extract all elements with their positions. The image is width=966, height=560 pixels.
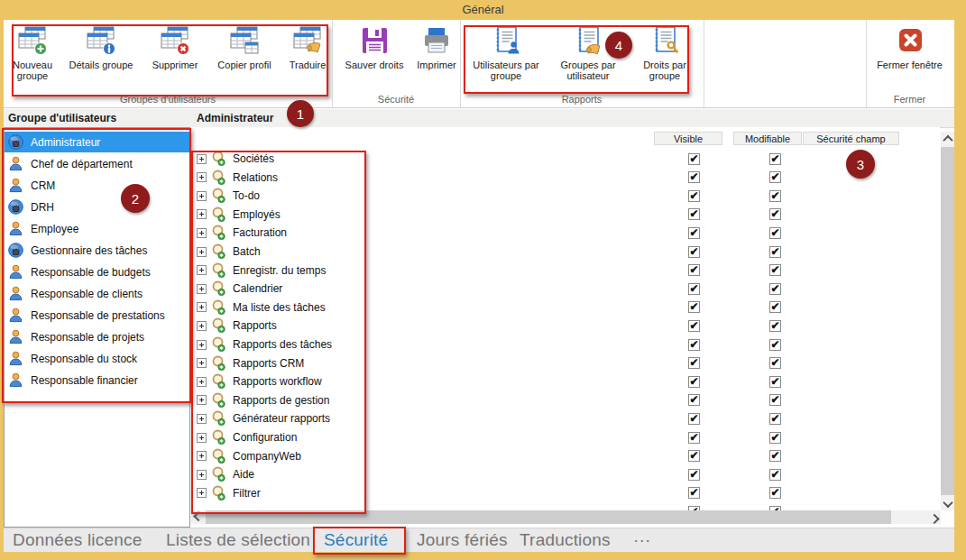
- expand-plus-icon[interactable]: [197, 414, 207, 424]
- visible-checkbox[interactable]: ✔: [688, 283, 700, 295]
- copy-profile-button[interactable]: Copier profil: [207, 25, 281, 70]
- modifiable-checkbox[interactable]: ✔: [769, 208, 781, 220]
- tab-jours-feries[interactable]: Jours fériés: [417, 528, 508, 552]
- tree-row[interactable]: Générateur rapports: [191, 409, 330, 428]
- print-button[interactable]: Imprimer: [409, 25, 464, 70]
- tree-row[interactable]: Facturation: [191, 224, 287, 243]
- expand-plus-icon[interactable]: [197, 488, 207, 498]
- horizontal-scrollbar[interactable]: [191, 510, 941, 524]
- scroll-up-icon[interactable]: [941, 132, 954, 145]
- expand-plus-icon[interactable]: [197, 228, 207, 238]
- tab-overflow[interactable]: ···: [633, 528, 651, 552]
- expand-plus-icon[interactable]: [197, 433, 207, 443]
- modifiable-checkbox[interactable]: ✔: [769, 320, 781, 332]
- close-window-button[interactable]: Fermer fenêtre: [869, 25, 952, 70]
- modifiable-checkbox[interactable]: ✔: [769, 432, 781, 444]
- tree-row[interactable]: CompanyWeb: [191, 446, 301, 465]
- horizontal-scrollbar-thumb[interactable]: [206, 510, 891, 524]
- new-group-button[interactable]: Nouveau groupe: [5, 25, 60, 81]
- column-header-modifiable[interactable]: Modifiable: [733, 132, 802, 145]
- expand-plus-icon[interactable]: [197, 451, 207, 461]
- tree-row[interactable]: Batch: [191, 243, 261, 262]
- delete-group-button[interactable]: Supprimer: [143, 25, 207, 70]
- tree-row[interactable]: Ma liste des tâches: [191, 298, 326, 317]
- visible-checkbox[interactable]: ✔: [688, 487, 700, 499]
- visible-checkbox[interactable]: ✔: [688, 357, 700, 369]
- expand-plus-icon[interactable]: [197, 302, 207, 312]
- tree-row[interactable]: Calendrier: [191, 280, 282, 298]
- visible-checkbox[interactable]: ✔: [688, 246, 700, 258]
- tree-row[interactable]: Configuration: [191, 428, 297, 447]
- tree-row[interactable]: Sociétés: [191, 150, 274, 169]
- group-list-item[interactable]: CRM: [5, 175, 189, 196]
- visible-checkbox[interactable]: ✔: [688, 171, 700, 183]
- expand-plus-icon[interactable]: [197, 247, 207, 257]
- group-list-item[interactable]: Responsable de projets: [5, 326, 189, 347]
- visible-checkbox[interactable]: ✔: [688, 320, 700, 332]
- modifiable-checkbox[interactable]: ✔: [769, 487, 781, 499]
- expand-plus-icon[interactable]: [197, 377, 207, 387]
- expand-plus-icon[interactable]: [197, 265, 207, 275]
- expand-plus-icon[interactable]: [197, 321, 207, 331]
- tree-row[interactable]: Rapports: [191, 317, 277, 335]
- scroll-down-icon[interactable]: [941, 497, 954, 510]
- visible-checkbox[interactable]: ✔: [688, 301, 700, 313]
- vertical-scrollbar[interactable]: [941, 132, 954, 510]
- group-list-item[interactable]: Responsable financier: [5, 370, 189, 390]
- scroll-left-icon[interactable]: [191, 510, 205, 524]
- modifiable-checkbox[interactable]: ✔: [769, 301, 781, 313]
- modifiable-checkbox[interactable]: ✔: [769, 190, 781, 202]
- visible-checkbox[interactable]: ✔: [688, 469, 700, 481]
- modifiable-checkbox[interactable]: ✔: [769, 246, 781, 258]
- group-list-item[interactable]: Responsable de budgets: [5, 262, 189, 282]
- modifiable-checkbox[interactable]: ✔: [769, 469, 781, 481]
- visible-checkbox[interactable]: ✔: [688, 413, 700, 425]
- visible-checkbox[interactable]: ✔: [688, 227, 700, 239]
- modifiable-checkbox[interactable]: ✔: [769, 264, 781, 276]
- tree-row[interactable]: To-do: [191, 187, 260, 206]
- tree-row[interactable]: Relations: [191, 168, 278, 187]
- translate-button[interactable]: Traduire: [281, 25, 334, 70]
- group-list-item[interactable]: Responsable de prestations: [5, 305, 189, 326]
- group-list-item[interactable]: Responsable de clients: [5, 283, 189, 304]
- modifiable-checkbox[interactable]: ✔: [769, 450, 781, 462]
- rights-per-group-button[interactable]: Droits par groupe: [630, 25, 700, 81]
- visible-checkbox[interactable]: ✔: [688, 153, 700, 165]
- visible-checkbox[interactable]: ✔: [688, 450, 700, 462]
- tree-row[interactable]: Rapports de gestion: [191, 390, 329, 409]
- scroll-right-icon[interactable]: [927, 510, 941, 524]
- visible-checkbox[interactable]: ✔: [688, 190, 700, 202]
- column-header-visible[interactable]: Visible: [654, 132, 722, 145]
- expand-plus-icon[interactable]: [197, 358, 207, 368]
- tree-row[interactable]: Rapports workflow: [191, 372, 322, 391]
- tab-traductions[interactable]: Traductions: [520, 528, 611, 552]
- modifiable-checkbox[interactable]: ✔: [769, 394, 781, 406]
- save-rights-button[interactable]: Sauver droits: [339, 25, 409, 70]
- visible-checkbox[interactable]: ✔: [688, 208, 700, 220]
- modifiable-checkbox[interactable]: ✔: [769, 357, 781, 369]
- modifiable-checkbox[interactable]: ✔: [769, 153, 781, 165]
- group-list-item[interactable]: Administrateur: [5, 132, 189, 152]
- expand-plus-icon[interactable]: [197, 395, 207, 405]
- group-list-item[interactable]: Responsable du stock: [5, 348, 189, 369]
- modifiable-checkbox[interactable]: ✔: [769, 339, 781, 351]
- tree-row[interactable]: Rapports des tâches: [191, 335, 332, 354]
- tab-donnees-licence[interactable]: Données licence: [13, 528, 142, 552]
- expand-plus-icon[interactable]: [197, 284, 207, 294]
- visible-checkbox[interactable]: ✔: [688, 376, 700, 388]
- visible-checkbox[interactable]: ✔: [688, 264, 700, 276]
- visible-checkbox[interactable]: ✔: [688, 394, 700, 406]
- modifiable-checkbox[interactable]: ✔: [769, 171, 781, 183]
- expand-plus-icon[interactable]: [197, 154, 207, 164]
- visible-checkbox[interactable]: ✔: [688, 339, 700, 351]
- modifiable-checkbox[interactable]: ✔: [769, 283, 781, 295]
- tree-row[interactable]: Filtrer: [191, 483, 261, 502]
- tree-row[interactable]: Aide: [191, 465, 254, 484]
- tab-securite[interactable]: Sécurité: [324, 528, 388, 552]
- group-list-item[interactable]: Chef de département: [5, 153, 189, 174]
- tree-row[interactable]: Enregistr. du temps: [191, 261, 326, 280]
- group-details-button[interactable]: Détails groupe: [60, 25, 143, 70]
- modifiable-checkbox[interactable]: ✔: [769, 413, 781, 425]
- tree-row[interactable]: Rapports CRM: [191, 353, 304, 372]
- vertical-scrollbar-thumb[interactable]: [941, 147, 954, 495]
